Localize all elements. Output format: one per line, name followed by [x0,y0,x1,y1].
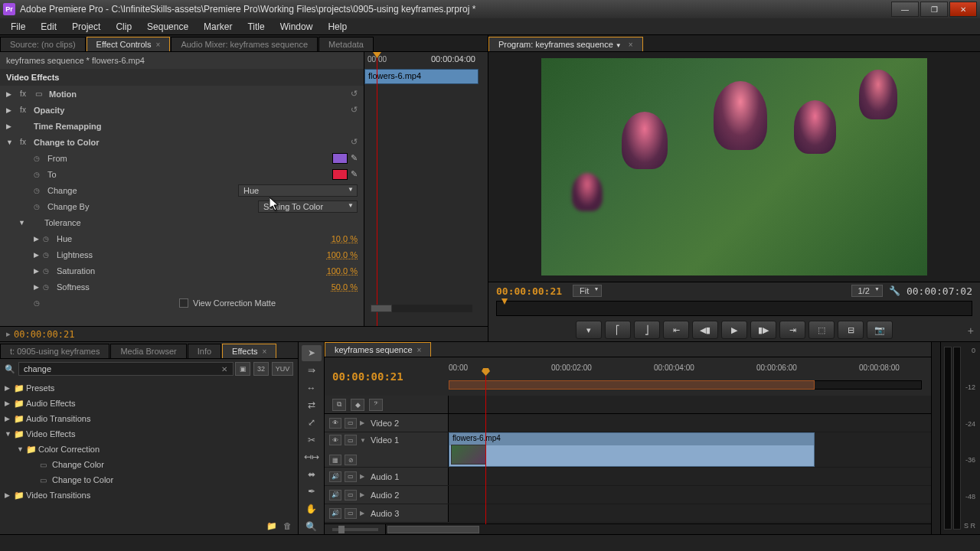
twisty-icon[interactable]: ▶ [360,491,368,498]
add-button-icon[interactable]: + [968,324,974,337]
mute-toggle[interactable]: 🔊 [329,508,341,519]
stopwatch-icon[interactable]: ◷ [43,235,54,243]
lock-toggle[interactable]: ▭ [345,471,357,482]
settings-icon[interactable]: 🔧 [889,285,900,296]
rolling-tool[interactable]: ⇄ [302,397,322,413]
step-back-button[interactable]: ◀▮ [692,321,718,339]
twisty-icon[interactable]: ▶ [6,106,15,114]
ec-tolerance-row[interactable]: ▼ Tolerance [0,214,364,230]
timeline-hscroll[interactable] [325,523,931,534]
tab-sequence[interactable]: keyframes sequence× [325,342,431,357]
fit-dropdown[interactable]: Fit [573,285,602,297]
change-by-dropdown[interactable]: Setting To Color [258,201,358,213]
lock-toggle[interactable]: ▭ [345,435,357,445]
color-swatch-to[interactable] [332,169,348,180]
tree-audio-transitions[interactable]: ▶📁Audio Transitions [0,411,298,426]
twisty-icon[interactable]: ▼ [6,139,15,146]
tree-presets[interactable]: ▶📁Presets [0,380,298,396]
twisty-icon[interactable]: ▶ [6,122,15,130]
tree-audio-effects[interactable]: ▶📁Audio Effects [0,396,298,411]
tree-color-correction[interactable]: ▼📁Color Correction [0,442,298,457]
video-preview[interactable] [541,58,927,276]
change-dropdown[interactable]: Hue [238,184,358,197]
twisty-icon[interactable]: ▶ [360,419,368,426]
tree-change-color[interactable]: ▭Change Color [0,457,298,472]
menu-window[interactable]: Window [273,19,321,34]
track-audio-2[interactable]: 🔊 ▭ ▶ Audio 2 [325,486,931,504]
reset-icon[interactable]: ↺ [345,105,358,115]
new-bin-icon[interactable]: 📁 [266,521,277,531]
lock-toggle[interactable]: ▭ [345,508,357,519]
menu-edit[interactable]: Edit [33,19,64,34]
twisty-icon[interactable]: ▼ [18,219,28,227]
filter-yuv-button[interactable]: YUV [272,362,293,376]
eyedropper-icon[interactable]: ✎ [351,169,358,179]
twisty-icon[interactable]: ▶ [360,473,368,480]
color-swatch-from[interactable] [332,153,348,164]
stopwatch-icon[interactable]: ◷ [43,251,54,259]
stopwatch-icon[interactable]: ◷ [34,203,44,210]
settings-toggle[interactable]: 𝄢 [369,399,383,411]
selection-tool[interactable]: ➤ [302,345,322,361]
tab-program[interactable]: Program: keyframes sequence ▼ × [488,37,643,51]
tab-audio-mixer[interactable]: Audio Mixer: keyframes sequence [171,37,318,51]
menu-help[interactable]: Help [320,19,354,34]
close-button[interactable]: ✕ [949,2,977,17]
timeline-current-time[interactable]: 00:00:00:21 [332,370,403,383]
view-correction-checkbox[interactable] [179,298,188,308]
step-forward-button[interactable]: ▮▶ [750,321,776,339]
lock-toggle[interactable]: ▭ [345,490,357,500]
fx-icon[interactable]: fx [15,90,31,98]
filter-button[interactable]: ▣ [235,362,250,376]
rate-stretch-tool[interactable]: ⤢ [302,415,322,431]
ec-motion-row[interactable]: ▶ fx ▭ Motion ↺ [0,86,364,102]
tree-change-to-color[interactable]: ▭Change to Color [0,472,298,487]
sync-lock-toggle[interactable]: ▦ [329,455,341,465]
reset-icon[interactable]: ↺ [345,89,358,99]
stopwatch-icon[interactable]: ◷ [34,171,44,178]
razor-tool[interactable]: ✂ [302,432,322,448]
eyedropper-icon[interactable]: ✎ [351,153,358,163]
pen-tool[interactable]: ✒ [302,484,322,500]
tab-metadata[interactable]: Metadata [318,37,374,51]
program-scrubber[interactable] [496,301,972,316]
close-icon[interactable]: × [156,41,161,49]
tab-source[interactable]: Source: (no clips) [0,37,86,51]
work-area-bar[interactable] [449,380,815,390]
lock-toggle[interactable]: ▭ [345,418,357,429]
mute-toggle[interactable]: 🔊 [329,490,341,500]
target-toggle[interactable]: ⊘ [345,455,357,465]
clear-search-icon[interactable]: ✕ [221,365,227,373]
param-value[interactable]: 10.0 % [328,234,358,243]
zoom-tool[interactable]: 🔍 [302,518,322,534]
close-icon[interactable]: × [263,347,267,356]
program-current-time[interactable]: 00:00:00:21 [496,285,562,297]
playhead-icon[interactable] [501,298,508,305]
tab-effects[interactable]: Effects× [222,344,276,358]
snap-toggle[interactable]: ⧉ [332,399,346,411]
marker-toggle[interactable]: ◆ [351,399,364,411]
fx-icon[interactable]: fx [15,106,31,114]
tab-media-browser[interactable]: Media Browser [110,344,186,358]
minimize-button[interactable]: — [891,2,919,17]
lift-button[interactable]: ⬚ [808,321,835,339]
track-video-2[interactable]: 👁 ▭ ▶ Video 2 [325,414,931,432]
current-timecode[interactable]: 00:00:00:21 [14,329,74,340]
playhead-icon[interactable] [377,52,377,326]
ec-time-remapping-row[interactable]: ▶ Time Remapping [0,118,364,134]
menu-sequence[interactable]: Sequence [139,19,196,34]
scrollbar-thumb[interactable] [387,526,479,533]
scrollbar-thumb[interactable] [371,305,392,312]
ec-hscroll[interactable] [371,305,472,312]
stopwatch-icon[interactable]: ◷ [43,267,54,275]
stopwatch-icon[interactable]: ◷ [34,187,44,194]
timeline-ruler[interactable]: 00:00 00:00:02:00 00:00:04:00 00:00:06:0… [449,357,931,396]
ec-change-to-color-row[interactable]: ▼ fx Change to Color ↺ [0,134,364,150]
twisty-icon[interactable]: ▶ [6,90,15,98]
slip-tool[interactable]: ↤↦ [302,449,322,465]
zoom-slider[interactable] [325,524,386,534]
go-to-out-button[interactable]: ⇥ [779,321,805,339]
ec-timeline-clip[interactable]: flowers-6.mp4 [364,69,479,84]
menu-marker[interactable]: Marker [196,19,240,34]
out-point-button[interactable]: ⎦ [634,321,660,339]
